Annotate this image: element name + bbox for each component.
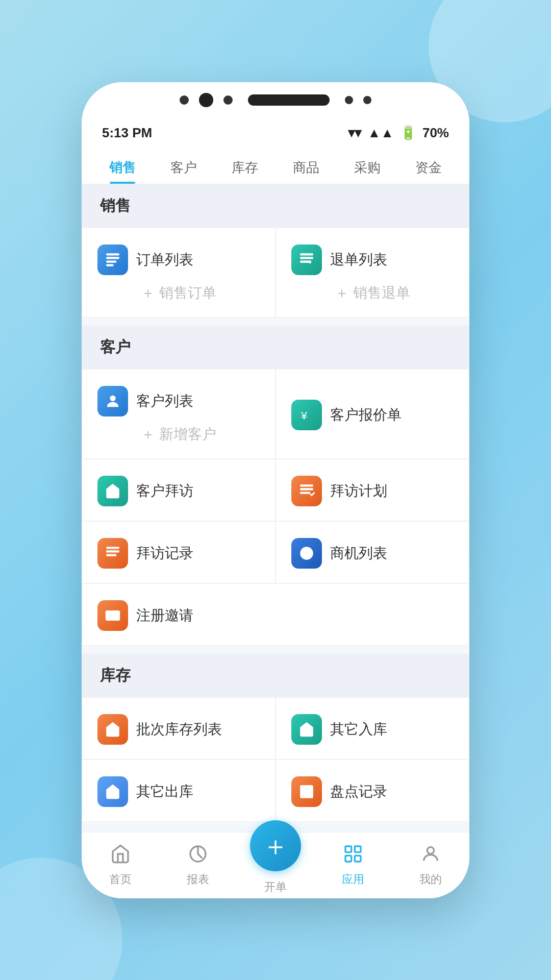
nav-create-label: 开单 bbox=[264, 879, 287, 895]
return-list-sub: ＋ 销售退单 bbox=[335, 283, 410, 303]
chart-icon bbox=[188, 844, 208, 869]
other-out-icon bbox=[97, 776, 128, 807]
svg-rect-1 bbox=[106, 257, 119, 259]
svg-rect-10 bbox=[300, 488, 313, 490]
svg-rect-23 bbox=[345, 855, 352, 862]
camera-dot-4 bbox=[345, 96, 353, 104]
menu-item-visit-record[interactable]: 拜访记录 bbox=[82, 521, 276, 583]
svg-text:¥: ¥ bbox=[300, 408, 308, 422]
tab-navigation: 销售 客户 库存 商品 采购 资金 bbox=[82, 149, 469, 184]
invite-icon bbox=[97, 600, 128, 631]
section-header-inventory: 库存 bbox=[82, 654, 469, 697]
menu-item-other-out[interactable]: 其它出库 bbox=[82, 760, 276, 822]
svg-rect-12 bbox=[106, 547, 119, 549]
svg-rect-14 bbox=[106, 554, 116, 556]
nav-item-report[interactable]: 报表 bbox=[159, 844, 237, 887]
opportunity-label: 商机列表 bbox=[330, 544, 387, 563]
inventory-grid: 批次库存列表 其它入库 bbox=[82, 697, 469, 822]
menu-item-opportunity[interactable]: 商机列表 bbox=[276, 521, 469, 583]
tab-customers[interactable]: 客户 bbox=[153, 149, 214, 184]
svg-rect-4 bbox=[300, 253, 313, 255]
wifi-icon: ▾▾ bbox=[348, 125, 361, 141]
home-icon bbox=[110, 844, 131, 869]
nav-item-mine[interactable]: 我的 bbox=[392, 844, 469, 887]
signal-icon: ▲▲ bbox=[367, 125, 393, 141]
phone-frame: 5:13 PM ▾▾ ▲▲ 🔋 70% 销售 客户 库存 商品 采购 资金 bbox=[82, 82, 469, 898]
svg-rect-13 bbox=[106, 550, 119, 552]
svg-rect-5 bbox=[300, 257, 313, 259]
visit-record-label: 拜访记录 bbox=[136, 544, 193, 563]
customer-visit-icon bbox=[97, 476, 128, 506]
tab-purchase[interactable]: 采购 bbox=[337, 149, 398, 184]
camera-dot-2 bbox=[199, 93, 213, 107]
svg-point-16 bbox=[305, 552, 308, 555]
speaker-bar bbox=[248, 94, 330, 106]
sales-grid: 订单列表 ＋ 销售订单 退单列表 ＋ 销售退单 bbox=[82, 228, 469, 317]
battery-icon: 🔋 bbox=[400, 125, 416, 141]
section-header-sales: 销售 bbox=[82, 184, 469, 228]
app-icon bbox=[343, 844, 363, 869]
svg-point-25 bbox=[427, 847, 434, 853]
camera-dot-1 bbox=[180, 95, 189, 105]
other-out-label: 其它出库 bbox=[136, 782, 193, 801]
content-area: 销售 订单列表 ＋ 销售订单 bbox=[82, 184, 469, 832]
camera-dot-5 bbox=[363, 96, 371, 104]
menu-item-customer-list[interactable]: 客户列表 ＋ 新增客户 bbox=[82, 369, 276, 459]
menu-item-inventory-record[interactable]: 盘点记录 bbox=[276, 760, 469, 822]
plus-icon: ＋ bbox=[262, 832, 289, 859]
other-in-label: 其它入库 bbox=[330, 720, 387, 739]
visit-plan-label: 拜访计划 bbox=[330, 481, 387, 501]
svg-rect-17 bbox=[106, 610, 120, 621]
create-button[interactable]: ＋ bbox=[250, 820, 301, 871]
menu-item-batch-inventory[interactable]: 批次库存列表 bbox=[82, 697, 276, 760]
svg-rect-2 bbox=[106, 260, 116, 262]
batch-inventory-label: 批次库存列表 bbox=[136, 720, 222, 739]
tab-sales[interactable]: 销售 bbox=[92, 149, 153, 184]
svg-rect-21 bbox=[345, 846, 352, 852]
svg-point-7 bbox=[110, 395, 115, 401]
phone-top-bar bbox=[82, 82, 469, 118]
customer-list-label: 客户列表 bbox=[136, 391, 193, 411]
nav-home-label: 首页 bbox=[109, 872, 132, 887]
svg-rect-18 bbox=[111, 729, 115, 737]
svg-rect-22 bbox=[355, 846, 361, 852]
camera-dot-3 bbox=[223, 95, 233, 105]
customers-grid: 客户列表 ＋ 新增客户 ¥ 客户报价单 bbox=[82, 369, 469, 646]
nav-item-app[interactable]: 应用 bbox=[314, 844, 392, 887]
svg-rect-11 bbox=[300, 492, 310, 494]
menu-item-customer-visit[interactable]: 客户拜访 bbox=[82, 459, 276, 521]
svg-rect-24 bbox=[355, 855, 361, 862]
status-time: 5:13 PM bbox=[102, 125, 152, 141]
customer-list-icon bbox=[97, 386, 128, 416]
menu-item-return-list[interactable]: 退单列表 ＋ 销售退单 bbox=[276, 228, 469, 317]
status-bar: 5:13 PM ▾▾ ▲▲ 🔋 70% bbox=[82, 118, 469, 149]
tab-finance[interactable]: 资金 bbox=[398, 149, 459, 184]
menu-item-other-in[interactable]: 其它入库 bbox=[276, 697, 469, 760]
section-header-customers: 客户 bbox=[82, 326, 469, 369]
menu-item-customer-quote[interactable]: ¥ 客户报价单 bbox=[276, 369, 469, 459]
status-icons: ▾▾ ▲▲ 🔋 70% bbox=[348, 125, 449, 141]
tab-products[interactable]: 商品 bbox=[276, 149, 337, 184]
menu-item-order-list[interactable]: 订单列表 ＋ 销售订单 bbox=[82, 228, 276, 317]
opportunity-icon bbox=[291, 538, 322, 569]
tab-inventory[interactable]: 库存 bbox=[214, 149, 276, 184]
nav-mine-label: 我的 bbox=[419, 872, 442, 887]
order-list-sub: ＋ 销售订单 bbox=[141, 283, 216, 303]
batch-inventory-icon bbox=[97, 714, 128, 745]
inventory-record-label: 盘点记录 bbox=[330, 782, 387, 801]
customer-quote-icon: ¥ bbox=[291, 400, 322, 430]
menu-item-visit-plan[interactable]: 拜访计划 bbox=[276, 459, 469, 521]
nav-item-create[interactable]: ＋ 开单 bbox=[237, 820, 314, 895]
svg-rect-9 bbox=[300, 484, 313, 486]
visit-record-icon bbox=[97, 538, 128, 569]
other-in-icon bbox=[291, 714, 322, 745]
user-nav-icon bbox=[420, 844, 441, 869]
invite-label: 注册邀请 bbox=[136, 606, 193, 625]
nav-app-label: 应用 bbox=[342, 872, 364, 887]
nav-item-home[interactable]: 首页 bbox=[82, 844, 159, 887]
customer-visit-label: 客户拜访 bbox=[136, 481, 193, 501]
svg-rect-3 bbox=[106, 264, 113, 266]
order-list-icon bbox=[97, 244, 128, 275]
menu-item-invite[interactable]: 注册邀请 bbox=[82, 583, 469, 646]
inventory-record-icon bbox=[291, 776, 322, 807]
